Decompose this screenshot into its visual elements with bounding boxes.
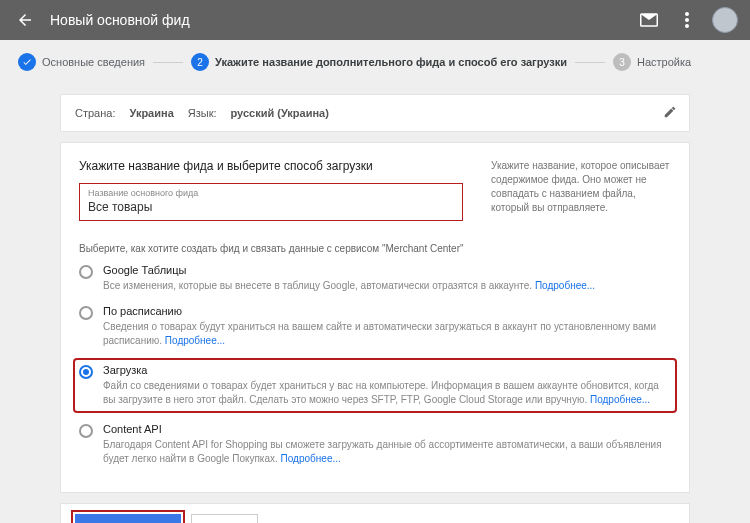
option-desc: Файл со сведениями о товарах будет храни… <box>103 379 671 407</box>
edit-icon[interactable] <box>663 105 677 119</box>
option-title: По расписанию <box>103 305 671 317</box>
svg-point-2 <box>685 24 689 28</box>
country-value: Украина <box>129 107 173 119</box>
option-title: Загрузка <box>103 364 671 376</box>
language-label: Язык: <box>188 107 217 119</box>
option-desc: Благодаря Content API for Shopping вы см… <box>103 438 671 466</box>
step-setup[interactable]: 3 Настройка <box>613 53 691 71</box>
step-connector <box>575 62 605 63</box>
radio-icon[interactable] <box>79 424 93 438</box>
more-link[interactable]: Подробнее... <box>165 335 225 346</box>
language-value: русский (Украина) <box>231 107 329 119</box>
radio-icon[interactable] <box>79 306 93 320</box>
option-google-sheets[interactable]: Google Таблицы Все изменения, которые вы… <box>79 264 671 293</box>
footer-actions: Продолжить Назад <box>60 503 690 523</box>
feed-name-field[interactable]: Название основного фида Все товары <box>79 183 463 221</box>
option-content-api[interactable]: Content API Благодаря Content API for Sh… <box>79 423 671 466</box>
option-desc: Все изменения, которые вы внесете в табл… <box>103 279 671 293</box>
option-title: Content API <box>103 423 671 435</box>
feed-name-label: Название основного фида <box>88 188 454 198</box>
check-icon <box>18 53 36 71</box>
option-desc: Сведения о товарах будут храниться на ва… <box>103 320 671 348</box>
radio-icon[interactable] <box>79 365 93 379</box>
more-link[interactable]: Подробнее... <box>281 453 341 464</box>
step-number: 2 <box>191 53 209 71</box>
section-title: Укажите название фида и выберите способ … <box>79 159 463 173</box>
stepper: Основные сведения 2 Укажите название доп… <box>0 40 750 84</box>
feed-setup-card: Укажите название фида и выберите способ … <box>60 142 690 493</box>
step-basic-info[interactable]: Основные сведения <box>18 53 145 71</box>
svg-point-1 <box>685 18 689 22</box>
option-title: Google Таблицы <box>103 264 671 276</box>
option-upload[interactable]: Загрузка Файл со сведениями о товарах бу… <box>75 360 675 411</box>
step-number: 3 <box>613 53 631 71</box>
radio-icon[interactable] <box>79 265 93 279</box>
meta-summary-card: Страна: Украина Язык: русский (Украина) <box>60 94 690 132</box>
mail-icon[interactable] <box>636 7 662 33</box>
feed-name-input[interactable]: Все товары <box>88 200 454 214</box>
option-scheduled[interactable]: По расписанию Сведения о товарах будут х… <box>79 305 671 348</box>
avatar[interactable] <box>712 7 738 33</box>
svg-point-0 <box>685 12 689 16</box>
step-feed-name[interactable]: 2 Укажите название дополнительного фида … <box>191 53 567 71</box>
more-link[interactable]: Подробнее... <box>590 394 650 405</box>
page-title: Новый основной фид <box>50 12 624 28</box>
upload-method-instruction: Выберите, как хотите создать фид и связа… <box>79 243 671 254</box>
step-connector <box>153 62 183 63</box>
app-header: Новый основной фид <box>0 0 750 40</box>
back-arrow-icon[interactable] <box>12 7 38 33</box>
more-link[interactable]: Подробнее... <box>535 280 595 291</box>
help-text: Укажите название, которое описывает соде… <box>491 159 671 235</box>
continue-button[interactable]: Продолжить <box>75 514 181 523</box>
more-vert-icon[interactable] <box>674 7 700 33</box>
back-button[interactable]: Назад <box>191 514 258 523</box>
country-label: Страна: <box>75 107 115 119</box>
